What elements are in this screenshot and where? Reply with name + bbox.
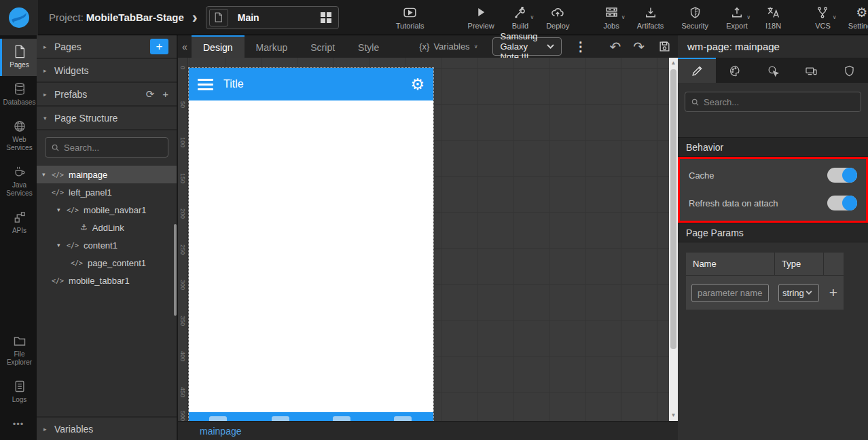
artifacts-button[interactable]: Artifacts [632,1,670,33]
vertical-ruler: 0 50 100 150 200 250 300 350 400 450 500 [178,58,188,421]
mobile-page-content[interactable] [189,100,433,412]
deploy-icon [550,5,565,20]
chevron-down-icon [806,291,812,295]
left-panel: ▸ Pages + ▸ Widgets ▸ Prefabs ⟳ + ▾ Page… [37,35,178,440]
mobile-navbar[interactable]: Title ⚙ [189,68,433,100]
refresh-prefabs-icon[interactable]: ⟳ [146,88,155,100]
page-grid-icon[interactable] [321,12,331,23]
sidebar-item-logs[interactable]: Logs [0,373,37,411]
properties-search-input[interactable] [704,97,855,107]
canvas-scrollbar[interactable]: ▲ ▼ [669,58,678,421]
device-select[interactable]: Samsung Galaxy Note III [492,37,562,56]
security-button[interactable]: Security [676,1,714,33]
page-params-section-header[interactable]: Page Params [678,223,868,242]
section-widgets[interactable]: ▸ Widgets [37,59,177,83]
deploy-button[interactable]: Deploy [541,1,575,33]
mobile-device-preview[interactable]: Title ⚙ [189,68,433,421]
chevron-down-icon [547,44,554,49]
editor-column: « Design Markup Script Style {x} Variabl… [178,35,678,440]
save-button[interactable] [658,40,671,53]
tab-style[interactable]: Style [346,35,391,58]
properties-search[interactable] [685,92,861,112]
page-structure-search[interactable] [45,137,168,158]
toggle-knob [842,196,857,210]
tutorials-button[interactable]: Tutorials [391,1,430,33]
caret-down-icon[interactable]: ▾ [57,206,67,213]
variables-dropdown[interactable]: {x} Variables ∨ [419,41,477,52]
artifacts-icon [644,5,657,20]
scroll-up-icon[interactable]: ▲ [671,58,676,69]
refresh-data-toggle[interactable] [827,196,857,210]
tree-item-addlink[interactable]: ⚓ AddLink [37,219,177,236]
design-canvas[interactable]: 0 50 100 150 200 250 300 350 400 450 500… [178,58,678,421]
export-button[interactable]: ∨ Export [721,1,753,33]
canvas-scroll-thumb[interactable] [670,69,676,349]
undo-button[interactable]: ↶ [609,40,621,54]
sidebar-item-apis[interactable]: APIs [0,204,37,242]
build-icon: ∨ [513,5,527,20]
navbar-gear-icon[interactable]: ⚙ [410,77,424,92]
topbar-actions: Tutorials Preview ∨ Build Deploy ∨ [367,1,868,33]
tree-item-page-content1[interactable]: </> page_content1 [37,254,177,272]
sidebar-item-file-explorer[interactable]: File Explorer [0,328,37,373]
page-params-table: Name Type string + [686,253,844,310]
build-button[interactable]: ∨ Build [507,1,534,33]
mobile-navbar-title: Title [223,78,244,90]
tree-item-mobile-tabbar1[interactable]: </> mobile_tabbar1 [37,272,177,289]
add-param-button[interactable]: + [823,285,844,301]
collapse-left-panel-button[interactable]: « [178,41,192,52]
tab-security[interactable] [830,58,868,83]
section-pages[interactable]: ▸ Pages + [37,35,177,59]
sidebar-more-button[interactable]: ••• [0,411,37,440]
tab-devices[interactable] [792,58,830,83]
export-icon: ∨ [730,5,744,20]
add-prefab-icon[interactable]: + [162,88,168,100]
preview-button[interactable]: Preview [463,1,500,33]
section-prefabs[interactable]: ▸ Prefabs ⟳ + [37,83,177,107]
search-input[interactable] [64,143,162,153]
jobs-button[interactable]: ∨ Jobs [598,1,624,33]
tab-styles[interactable] [716,58,754,83]
search-icon [51,143,60,152]
mobile-tabbar[interactable] [189,412,433,421]
tab-events[interactable] [754,58,792,83]
cache-label: Cache [689,170,715,181]
add-page-button[interactable]: + [150,39,168,54]
page-selector[interactable]: Main [206,6,339,29]
redo-button[interactable]: ↷ [633,40,645,54]
page-tab-mainpage[interactable]: mainpage [200,426,242,437]
tree-item-mainpage[interactable]: ▾ </> mainpage [37,166,177,183]
hamburger-menu-icon[interactable] [198,79,213,90]
scroll-down-icon[interactable]: ▼ [671,410,676,421]
tab-design[interactable]: Design [192,35,245,58]
sidebar-item-java-services[interactable]: Java Services [0,159,37,204]
tab-properties[interactable] [678,58,716,83]
vcs-button[interactable]: ∨ VCS [810,1,836,33]
breadcrumb-chevron-icon[interactable]: › [192,10,198,26]
chevron-down-icon: ∨ [474,43,478,50]
settings-button[interactable]: ⚙ ∨ Settings [843,1,868,33]
sidebar-item-pages[interactable]: Pages [0,39,37,76]
sidebar-item-databases[interactable]: Databases [0,76,37,113]
caret-down-icon[interactable]: ▾ [42,171,52,178]
section-variables[interactable]: ▸ Variables [37,416,177,440]
cache-toggle[interactable] [827,168,857,183]
caret-down-icon[interactable]: ▾ [57,242,67,249]
project-name: MobileTabBar-Stage [86,12,184,23]
tree-item-left-panel1[interactable]: </> left_panel1 [37,183,177,201]
left-panel-scrollbar[interactable] [174,224,177,316]
tab-markup[interactable]: Markup [245,35,300,58]
section-page-structure[interactable]: ▾ Page Structure [37,107,177,130]
tree-item-content1[interactable]: ▾ </> content1 [37,236,177,254]
behavior-section-header[interactable]: Behavior [678,137,868,157]
tree-item-mobile-navbar1[interactable]: ▾ </> mobile_navbar1 [37,201,177,219]
param-type-select[interactable]: string [778,284,819,302]
param-name-input[interactable] [691,284,769,302]
chevron-down-icon: ∨ [746,14,751,20]
i18n-button[interactable]: I18N [760,1,786,33]
tab-script[interactable]: Script [299,35,346,58]
wavemaker-logo[interactable] [0,0,38,35]
pencil-icon [691,65,704,77]
more-options-kebab-icon[interactable]: ⋮ [574,41,587,52]
sidebar-item-web-services[interactable]: Web Services [0,113,37,159]
